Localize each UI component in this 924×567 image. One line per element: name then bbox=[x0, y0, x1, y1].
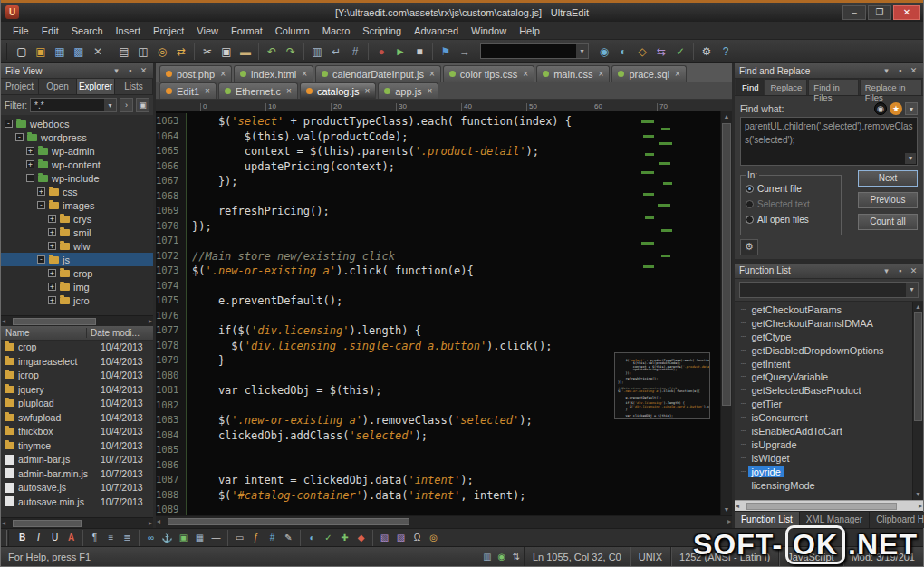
hr-icon[interactable]: — bbox=[208, 530, 224, 545]
chevron-down-icon[interactable]: ▾ bbox=[104, 99, 116, 111]
redo-icon[interactable]: ↷ bbox=[282, 43, 300, 61]
html-bold-icon[interactable]: B bbox=[14, 530, 30, 545]
file-list-row[interactable]: swfupload10/4/2013 bbox=[1, 410, 153, 425]
find-what-input[interactable]: parentUL.children('.selected').removeCla… bbox=[740, 117, 918, 166]
next-button[interactable]: Next bbox=[858, 170, 918, 187]
function-item-getdisableddropdownoptions[interactable]: ┄getDisabledDropdownOptions bbox=[735, 343, 910, 357]
file-list-hscrollbar[interactable] bbox=[1, 517, 153, 528]
tab-calendardateinput-js[interactable]: calendarDateInput.js× bbox=[315, 65, 441, 82]
pin-icon[interactable]: ▪ bbox=[895, 66, 905, 75]
find-settings-button[interactable]: ⚙ bbox=[740, 239, 758, 255]
chevron-down-icon[interactable]: ▾ bbox=[906, 283, 918, 297]
menu-file[interactable]: File bbox=[6, 25, 35, 36]
function-list-vscrollbar[interactable]: ▲ ▼ bbox=[912, 302, 923, 501]
find-options-icon[interactable]: ▾ bbox=[905, 102, 918, 115]
tab-post-php[interactable]: post.php× bbox=[159, 65, 232, 82]
column-date-modified[interactable]: Date modi... bbox=[87, 328, 153, 338]
save-file-icon[interactable]: ▦ bbox=[51, 43, 69, 61]
image-icon[interactable]: ▣ bbox=[176, 530, 191, 545]
tree-item-css[interactable]: +css bbox=[1, 185, 153, 198]
tab-color-tips-css[interactable]: color tips.css× bbox=[443, 65, 534, 82]
collapse-icon[interactable]: - bbox=[26, 174, 34, 182]
goto-line-icon[interactable]: → bbox=[456, 43, 474, 61]
ftp-icon[interactable]: ◉ bbox=[595, 43, 613, 61]
cleanup-icon[interactable]: ✚ bbox=[337, 530, 352, 545]
expand-icon[interactable]: + bbox=[26, 147, 34, 155]
chevron-down-icon[interactable]: ▾ bbox=[111, 66, 121, 75]
file-list-row[interactable]: plupload10/4/2013 bbox=[1, 397, 153, 411]
file-list-row[interactable]: tinymce10/4/2013 bbox=[1, 438, 153, 453]
expand-icon[interactable]: + bbox=[48, 283, 56, 291]
find-icon[interactable]: ◎ bbox=[153, 43, 171, 61]
function-item-isconcurrent[interactable]: ┄isConcurrent bbox=[735, 411, 910, 425]
close-button[interactable]: ✕ bbox=[893, 5, 920, 20]
function-item-getcheckoutparamsidmaa[interactable]: ┄getCheckoutParamsIDMAA bbox=[735, 316, 910, 330]
new-file-icon[interactable]: ▢ bbox=[13, 43, 31, 61]
copy-icon[interactable]: ▣ bbox=[217, 43, 236, 61]
toolbar-grip[interactable] bbox=[5, 43, 7, 60]
pin-icon[interactable]: ▪ bbox=[895, 266, 905, 275]
pin-icon[interactable]: ▪ bbox=[125, 66, 135, 75]
tab-edit1[interactable]: Edit1× bbox=[159, 82, 217, 99]
scrollbar-thumb[interactable] bbox=[722, 123, 731, 406]
file-list-row[interactable]: admin-bar.js10/7/2013 bbox=[1, 453, 153, 467]
close-tab-icon[interactable]: × bbox=[205, 86, 210, 96]
function-item-joyride[interactable]: ┄joyride bbox=[735, 465, 910, 478]
cut-icon[interactable]: ✂ bbox=[198, 43, 217, 61]
function-item-getqueryvariable[interactable]: ┄getQueryVariable bbox=[735, 370, 910, 384]
file-list-row[interactable]: crop10/4/2013 bbox=[1, 341, 153, 355]
expand-icon[interactable]: + bbox=[48, 228, 56, 236]
scroll-down-icon[interactable]: ▼ bbox=[721, 505, 732, 515]
expand-icon[interactable]: + bbox=[48, 242, 56, 250]
close-tab-icon[interactable]: × bbox=[286, 86, 292, 96]
replace-icon[interactable]: ⇄ bbox=[172, 43, 190, 61]
macro-record-icon[interactable]: ● bbox=[372, 43, 390, 61]
tab-main-css[interactable]: main.css× bbox=[536, 65, 610, 82]
menu-view[interactable]: View bbox=[190, 25, 225, 36]
compare-icon[interactable]: ⇆ bbox=[652, 43, 670, 61]
function-item-getctype[interactable]: ┄getCtype bbox=[735, 330, 910, 343]
expand-icon[interactable]: + bbox=[37, 187, 45, 196]
function-item-getselectedbaseproduct[interactable]: ┄getSelectedBaseProduct bbox=[735, 384, 910, 398]
spell-check-icon[interactable]: ✓ bbox=[671, 43, 689, 61]
close-file-icon[interactable]: ✕ bbox=[89, 43, 107, 61]
paragraph-icon[interactable]: ¶ bbox=[87, 530, 102, 545]
file-list-row[interactable]: autosave.min.js10/7/2013 bbox=[1, 495, 153, 509]
editor-hscrollbar[interactable] bbox=[156, 515, 732, 528]
tree-item-wordpress[interactable]: -wordpress bbox=[1, 130, 153, 144]
minimap[interactable]: $('select' + productTypeClass).each( fun… bbox=[614, 352, 710, 419]
menu-project[interactable]: Project bbox=[147, 25, 190, 36]
toolbar-combobox[interactable]: ▾ bbox=[480, 43, 589, 59]
tab-catalog-js[interactable]: catalog.js× bbox=[300, 82, 376, 99]
tree-item-crop[interactable]: +crop bbox=[1, 266, 153, 280]
close-icon[interactable]: ✕ bbox=[139, 66, 149, 75]
macro-stop-icon[interactable]: ■ bbox=[410, 43, 428, 61]
find-tab-find-in-files[interactable]: Find in Files bbox=[808, 79, 858, 95]
scope-option-all-open-files[interactable]: All open files bbox=[746, 212, 836, 227]
chevron-down-icon[interactable]: ▾ bbox=[881, 266, 891, 275]
bookmark-icon[interactable]: ⚑ bbox=[437, 43, 455, 61]
chevron-down-icon[interactable]: ▾ bbox=[576, 44, 588, 58]
toolbar-grip[interactable] bbox=[6, 530, 9, 546]
open-file-icon[interactable]: ▣ bbox=[32, 43, 50, 61]
function-item-iswidget[interactable]: ┄isWidget bbox=[735, 451, 910, 465]
close-tab-icon[interactable]: × bbox=[220, 69, 226, 79]
close-tab-icon[interactable]: × bbox=[429, 69, 435, 79]
scrollbar-thumb[interactable] bbox=[13, 520, 82, 527]
column-name[interactable]: Name bbox=[1, 328, 87, 338]
macro-play-icon[interactable]: ► bbox=[391, 43, 409, 61]
settings-icon[interactable]: ⚙ bbox=[698, 43, 716, 61]
menu-insert[interactable]: Insert bbox=[110, 25, 148, 36]
scroll-down-icon[interactable]: ▼ bbox=[913, 489, 923, 500]
find-tab-find[interactable]: Find bbox=[736, 79, 764, 95]
expand-icon[interactable]: + bbox=[48, 269, 56, 277]
scroll-up-icon[interactable]: ▲ bbox=[913, 302, 923, 312]
function-item-getintent[interactable]: ┄getIntent bbox=[735, 357, 910, 370]
save-all-icon[interactable]: ▩ bbox=[70, 43, 88, 61]
count-all-button[interactable]: Count all bbox=[858, 214, 918, 230]
snippet-icon[interactable]: ▨ bbox=[393, 530, 409, 545]
function-item-getcheckoutparams[interactable]: ┄getCheckoutParams bbox=[735, 303, 910, 317]
help-icon[interactable]: ? bbox=[717, 43, 735, 61]
special-char-icon[interactable]: Ω bbox=[409, 530, 425, 545]
tree-item-wp-admin[interactable]: +wp-admin bbox=[1, 144, 153, 158]
